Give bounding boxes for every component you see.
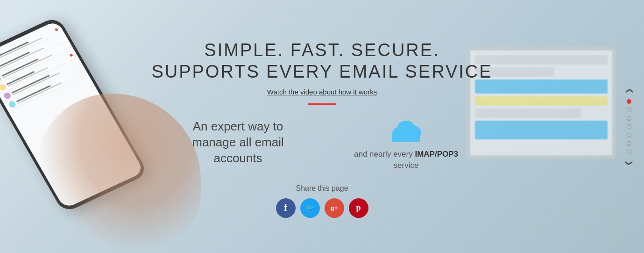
feature-left: An expert way to manage all email accoun… <box>173 119 304 166</box>
feature-left-text: An expert way to manage all email accoun… <box>173 119 304 166</box>
feature-right-prefix: and nearly every <box>354 150 415 159</box>
share-label: Share this page <box>276 184 368 193</box>
main-content: SIMPLE. FAST. SECURE. SUPPORTS EVERY EMA… <box>0 0 644 253</box>
facebook-icon: f <box>284 202 287 213</box>
red-divider <box>308 103 336 105</box>
nav-dot-3[interactable] <box>627 116 631 121</box>
feature-right: and nearly every IMAP/POP3 service <box>341 119 472 171</box>
feature-right-suffix: service <box>394 161 419 170</box>
nav-dots: ❯ ❯ <box>625 86 633 167</box>
svg-rect-4 <box>392 134 420 142</box>
video-link[interactable]: Watch the video about how it works <box>267 88 377 96</box>
facebook-button[interactable]: f <box>276 198 296 218</box>
pinterest-icon: p <box>356 203 361 213</box>
nav-up-arrow[interactable]: ❯ <box>624 87 634 94</box>
features-row: An expert way to manage all email accoun… <box>135 119 509 171</box>
share-section: Share this page f 🐦 g+ p <box>276 184 368 218</box>
social-buttons: f 🐦 g+ p <box>276 198 368 218</box>
nav-dot-6[interactable] <box>627 141 631 146</box>
twitter-icon: 🐦 <box>305 203 315 212</box>
nav-dot-7[interactable] <box>627 150 631 154</box>
google-plus-icon: g+ <box>331 204 338 211</box>
headline-line1: SIMPLE. FAST. SECURE. <box>151 40 492 61</box>
nav-dot-2[interactable] <box>627 108 631 112</box>
twitter-button[interactable]: 🐦 <box>300 198 320 218</box>
feature-right-text: and nearly every IMAP/POP3 service <box>341 149 472 171</box>
headline-container: SIMPLE. FAST. SECURE. SUPPORTS EVERY EMA… <box>151 40 492 82</box>
nav-dot-4[interactable] <box>627 124 631 129</box>
pinterest-button[interactable]: p <box>349 198 368 218</box>
nav-dot-5[interactable] <box>627 133 631 137</box>
googleplus-button[interactable]: g+ <box>325 198 344 218</box>
nav-down-arrow[interactable]: ❯ <box>624 159 634 166</box>
headline-line2: SUPPORTS EVERY EMAIL SERVICE <box>151 61 492 83</box>
nav-dot-1[interactable] <box>627 99 631 104</box>
feature-right-bold: IMAP/POP3 <box>415 150 458 159</box>
cloud-icon <box>341 119 472 145</box>
